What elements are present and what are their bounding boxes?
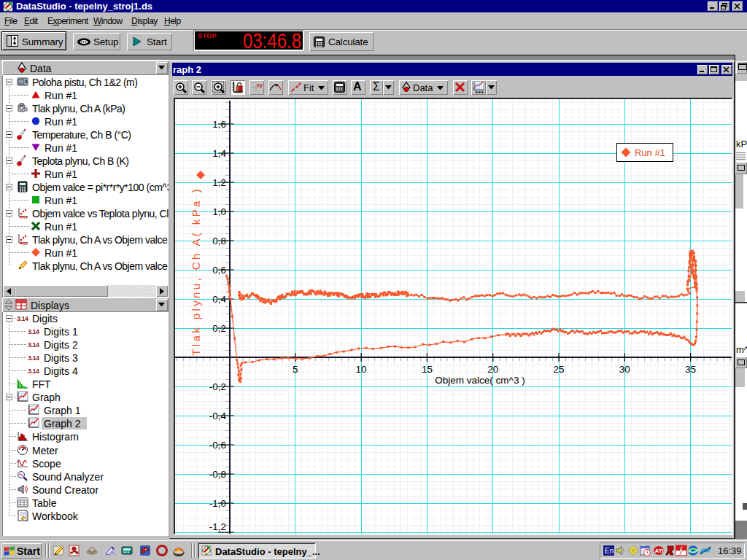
svg-text:-1,0: -1,0 (209, 498, 226, 509)
svg-text:0,4: 0,4 (212, 294, 226, 305)
svg-text:0,6: 0,6 (212, 265, 226, 276)
svg-text:3.14: 3.14 (28, 341, 39, 349)
svg-text:0,8: 0,8 (212, 236, 226, 246)
svg-text:1,2: 1,2 (212, 177, 226, 188)
svg-text:-0,4: -0,4 (209, 411, 227, 421)
svg-text:25: 25 (553, 364, 564, 375)
svg-text:3.14: 3.14 (17, 315, 28, 322)
svg-text:-0,2: -0,2 (209, 381, 226, 392)
svg-text:20: 20 (487, 364, 498, 375)
svg-text:Tlak plynu, Ch A( kPa ): Tlak plynu, Ch A( kPa ) (190, 187, 202, 356)
svg-text:xy: xy (23, 241, 28, 245)
svg-text:1,4: 1,4 (212, 148, 226, 159)
svg-text:15: 15 (422, 364, 433, 375)
svg-text:5: 5 (293, 364, 298, 375)
svg-text:1,6: 1,6 (212, 119, 226, 130)
svg-text:-1,2: -1,2 (209, 521, 226, 532)
svg-text:0,2: 0,2 (212, 323, 226, 334)
svg-text:xy: xy (23, 214, 28, 219)
svg-text:ATI: ATI (655, 548, 664, 554)
svg-text:35: 35 (685, 364, 696, 375)
svg-text:xy: xy (257, 82, 263, 88)
svg-text:38: 38 (641, 545, 646, 547)
svg-text:3.14: 3.14 (28, 354, 39, 362)
svg-text:1,0: 1,0 (212, 206, 226, 217)
svg-text:-0,6: -0,6 (209, 440, 226, 451)
svg-text:En: En (605, 547, 614, 555)
svg-text:-0,8: -0,8 (209, 469, 226, 480)
svg-text:3.14: 3.14 (28, 368, 39, 375)
svg-text:Run #1: Run #1 (635, 147, 665, 158)
svg-text:Objem valce( cm^3 ): Objem valce( cm^3 ) (435, 375, 525, 386)
svg-text:30: 30 (619, 364, 630, 375)
svg-text:10: 10 (356, 364, 367, 375)
svg-text:3.14: 3.14 (28, 328, 39, 335)
